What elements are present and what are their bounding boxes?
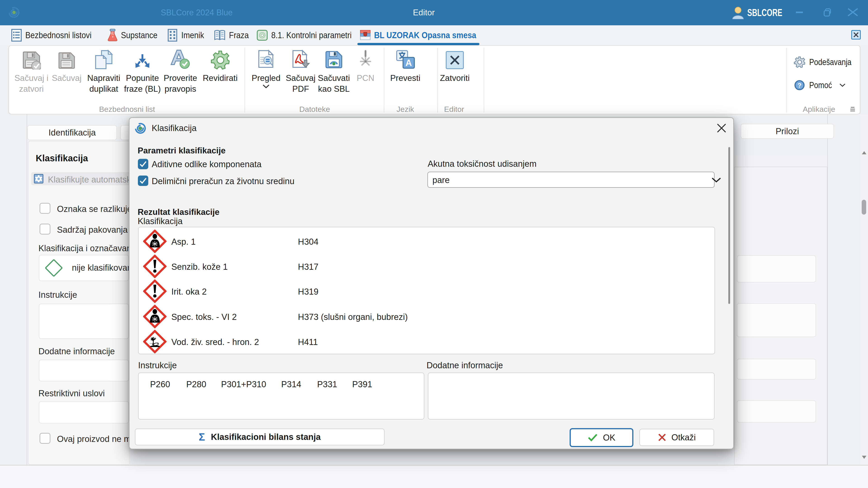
svg-text:?: ? bbox=[798, 82, 802, 89]
svg-text:A: A bbox=[405, 58, 412, 68]
